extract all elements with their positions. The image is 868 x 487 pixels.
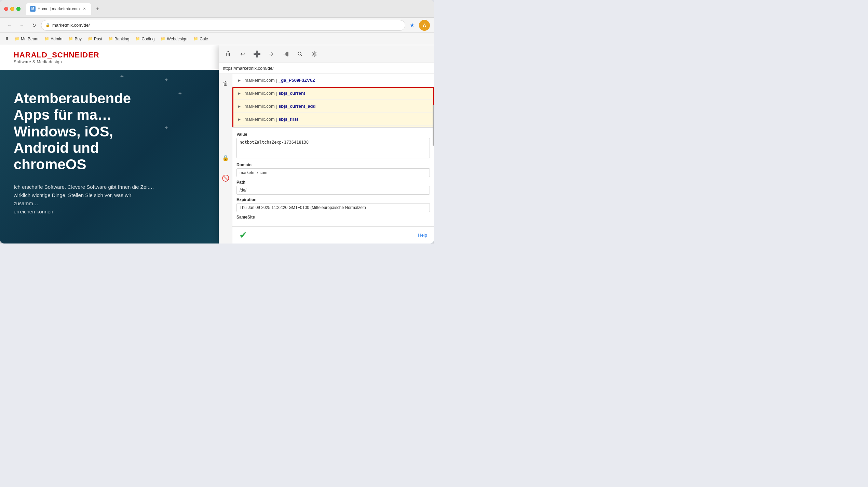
cookie-right-content: ▶ .marketmix.com | _ga_P509F3ZV6Z ▶ .mar… — [232, 74, 434, 244]
cookie-import-button[interactable] — [265, 47, 278, 61]
cookie-forbid-button[interactable]: 🚫 — [220, 172, 231, 184]
toolbar-right: ★ A — [407, 20, 430, 31]
close-button[interactable] — [4, 7, 8, 11]
cookie-toolbar: 🗑 ↩ ➕ — [219, 45, 434, 63]
bookmark-apps-grid[interactable]: ⠿ — [3, 35, 11, 43]
domain-input[interactable] — [236, 168, 430, 177]
profile-button[interactable]: A — [419, 20, 430, 31]
value-textarea[interactable]: notbotZaltchaZexp-1736418138 — [236, 138, 430, 158]
cookie-panel: 🗑 ↩ ➕ — [219, 45, 434, 244]
cookie-row-sbjs-first-add[interactable]: ▶ .marketmix.com | sbjs_first_add — [232, 126, 434, 127]
domain-group: Domain — [236, 162, 430, 177]
path-input[interactable] — [236, 186, 430, 195]
path-label: Path — [236, 180, 430, 185]
tree-arrow-icon[interactable]: ▶ — [236, 117, 242, 122]
bookmark-buy[interactable]: 📁 Buy — [66, 35, 84, 43]
cookie-delete-button[interactable]: 🗑 — [221, 47, 235, 61]
lock-icon: 🔒 — [45, 23, 50, 27]
cookie-undo-button[interactable]: ↩ — [236, 47, 249, 61]
expiration-input[interactable] — [236, 203, 430, 212]
cookie-domain: .marketmix.com — [243, 104, 275, 109]
main-area: HARALD_SCHNEiDER Software & Mediadesign … — [0, 45, 434, 244]
bookmark-label: Coding — [141, 37, 154, 41]
expiration-label: Expiration — [236, 197, 430, 202]
bookmark-post[interactable]: 📁 Post — [85, 35, 105, 43]
toolbar: ← → ↻ 🔒 marketmix.com/de/ ★ A — [0, 18, 434, 33]
samesite-label: SameSite — [236, 215, 430, 220]
cookie-row-sbjs-current-add[interactable]: ▶ .marketmix.com | sbjs_current_add — [232, 100, 434, 113]
bookmark-webdesign[interactable]: 📁 Webdesign — [158, 35, 190, 43]
cookie-lock-button[interactable]: 🔒 — [220, 152, 231, 163]
back-button[interactable]: ← — [4, 20, 15, 31]
cookie-add-button[interactable]: ➕ — [250, 47, 264, 61]
bookmark-mr-beam[interactable]: 📁 Mr..Beam — [12, 35, 41, 43]
value-label: Value — [236, 132, 430, 137]
active-tab[interactable]: M Home | marketmix.com ✕ — [26, 3, 91, 15]
cookie-domain: .marketmix.com — [243, 91, 275, 96]
cookie-settings-button[interactable] — [308, 47, 321, 61]
scroll-indicator[interactable] — [433, 105, 434, 146]
cookie-tree[interactable]: ▶ .marketmix.com | _ga_P509F3ZV6Z ▶ .mar… — [232, 74, 434, 127]
star-decoration: ✦ — [164, 77, 168, 83]
bookmark-label: Admin — [51, 37, 62, 41]
cookie-name: sbjs_current_add — [279, 104, 315, 109]
title-bar: M Home | marketmix.com ✕ + — [0, 0, 434, 18]
cookie-details: Value notbotZaltchaZexp-1736418138 Domai… — [232, 127, 434, 226]
tab-bar: M Home | marketmix.com ✕ + — [26, 3, 430, 15]
cookie-row-sbjs-first[interactable]: ▶ .marketmix.com | sbjs_first — [232, 113, 434, 126]
address-bar[interactable]: 🔒 marketmix.com/de/ — [41, 20, 405, 31]
logo-last: SCHNEiDER — [52, 51, 99, 59]
reload-button[interactable]: ↻ — [29, 20, 40, 31]
cookie-delete-side-button[interactable]: 🗑 — [220, 78, 231, 90]
tab-favicon-icon: M — [30, 6, 36, 12]
bookmark-coding[interactable]: 📁 Coding — [133, 35, 157, 43]
cookie-row-sbjs-current[interactable]: ▶ .marketmix.com | sbjs_current — [232, 87, 434, 100]
logo-subtitle: Software & Mediadesign — [14, 60, 99, 64]
forward-button[interactable]: → — [16, 20, 27, 31]
star-decoration: ✦ — [164, 124, 168, 131]
tree-arrow-icon[interactable]: ▶ — [236, 91, 242, 96]
cookie-name: _ga_P509F3ZV6Z — [279, 78, 315, 83]
side-actions-panel: 🗑 🔒 🚫 — [219, 74, 232, 244]
traffic-lights — [4, 7, 21, 11]
bookmark-calc[interactable]: 📁 Calc — [191, 35, 211, 43]
maximize-button[interactable] — [16, 7, 21, 11]
bookmark-label: Buy — [74, 37, 82, 41]
bookmark-folder-icon: 📁 — [193, 37, 198, 41]
apps-grid-icon: ⠿ — [5, 37, 9, 41]
bookmark-banking[interactable]: 📁 Banking — [106, 35, 132, 43]
bookmark-label: Banking — [114, 37, 129, 41]
bookmark-folder-icon: 📁 — [15, 37, 19, 41]
bookmark-label: Webdesign — [167, 37, 187, 41]
bookmark-star-button[interactable]: ★ — [407, 20, 418, 31]
minimize-button[interactable] — [10, 7, 14, 11]
domain-label: Domain — [236, 162, 430, 167]
tab-title: Home | marketmix.com — [38, 6, 80, 11]
cookie-export-button[interactable] — [279, 47, 293, 61]
path-group: Path — [236, 180, 430, 195]
svg-point-2 — [314, 53, 315, 55]
hero-title: Atemberaubende Apps für ma…Windows, iOS,… — [14, 90, 150, 173]
new-tab-button[interactable]: + — [93, 4, 102, 14]
cookie-domain: .marketmix.com — [243, 78, 275, 83]
confirm-button[interactable]: ✔ — [239, 229, 247, 241]
star-decoration: ✦ — [178, 90, 182, 97]
cookie-row-ga[interactable]: ▶ .marketmix.com | _ga_P509F3ZV6Z — [232, 74, 434, 87]
highlighted-group: ▶ .marketmix.com | sbjs_current ▶ .marke… — [232, 87, 434, 127]
samesite-group: SameSite — [236, 215, 430, 220]
bookmark-folder-icon: 📁 — [88, 37, 93, 41]
cookie-url-bar: https://marketmix.com/de/ — [219, 63, 434, 74]
bookmark-label: Post — [94, 37, 102, 41]
cookie-domain: .marketmix.com — [243, 117, 275, 122]
browser-window: M Home | marketmix.com ✕ + ← → ↻ 🔒 marke… — [0, 0, 434, 244]
help-link[interactable]: Help — [418, 233, 427, 238]
bookmark-admin[interactable]: 📁 Admin — [42, 35, 65, 43]
tab-close-button[interactable]: ✕ — [82, 6, 87, 12]
tree-arrow-icon[interactable]: ▶ — [236, 104, 242, 109]
cookie-search-button[interactable] — [293, 47, 307, 61]
bookmark-folder-icon: 📁 — [108, 37, 113, 41]
tree-arrow-icon[interactable]: ▶ — [236, 78, 242, 83]
cookie-main-content: 🗑 🔒 🚫 ▶ .marketmix.com | _ga_P509F3ZV6Z — [219, 74, 434, 244]
star-decoration: ✦ — [120, 73, 124, 80]
hero-subtitle: Ich erschaffe Software. Clevere Software… — [14, 183, 157, 216]
